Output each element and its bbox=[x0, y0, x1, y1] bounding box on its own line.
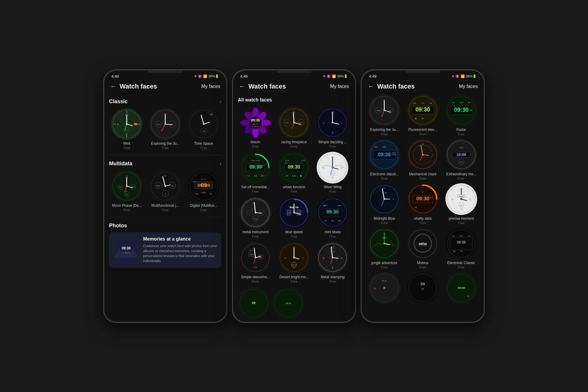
watch-item-vitalitydata[interactable]: 09:30 35 20° 89 vitality data Free bbox=[405, 183, 441, 225]
watch-item-exploring2[interactable]: 12 06 8000 Exploring the Ju... Free bbox=[367, 94, 402, 136]
svg-text:WE II 8: WE II 8 bbox=[253, 123, 258, 125]
watch-item-extraordinarymo[interactable]: 10:08 8000 300 Extraordinary mo... Free bbox=[443, 139, 479, 180]
watch-face-radar: 09:30 36 20° 300 88 bbox=[445, 94, 477, 126]
precisemoment-label: precise moment bbox=[449, 216, 474, 221]
fluorescentelec-sublabel: Free bbox=[420, 132, 426, 136]
watch-item-metalstamping[interactable]: 12 3 9 6 FRI 06 Metal stamping Free bbox=[315, 242, 350, 283]
watch-item-urban[interactable]: 09:30 07:00 AM 07:00 FRI 03/06 🔋 urban f… bbox=[276, 152, 311, 193]
mechanicalcraze-label: Mechanical craze bbox=[409, 172, 436, 176]
svg-text:FRI 06: FRI 06 bbox=[382, 192, 387, 194]
watch-item-partial1[interactable]: 09 bbox=[238, 287, 270, 319]
watch-item-mechanicalcraze[interactable]: 12 Mechanical craze Free bbox=[405, 139, 441, 180]
status-bar-1: 4:49 ✳🔇📶26%🔋 bbox=[104, 71, 226, 80]
watch-item-partial3c[interactable]: 09:30 89 bbox=[443, 272, 479, 304]
svg-text:60%: 60% bbox=[413, 102, 417, 104]
my-faces-button-1[interactable]: My faces bbox=[201, 84, 220, 89]
mint-label: Mint bbox=[123, 141, 130, 146]
watch-item-timespace[interactable]: 06 300 Time Space Free bbox=[186, 108, 221, 150]
back-button-2[interactable]: ← bbox=[239, 83, 245, 90]
svg-text:12: 12 bbox=[383, 187, 386, 189]
my-faces-button-2[interactable]: My faces bbox=[330, 84, 349, 89]
watch-item-mintblues[interactable]: 09:30 🔵 BT 8000 300 80% BN mint blues Fr… bbox=[315, 197, 350, 238]
digital-label: Digital (Multifun... bbox=[190, 203, 217, 208]
svg-text:FRI 06: FRI 06 bbox=[382, 237, 387, 238]
mechanicalcraze-sublabel: Free bbox=[420, 177, 426, 180]
watch-item-simpledazzling[interactable]: 12 3 9 6 Simple dazzling ... Free bbox=[315, 107, 350, 148]
multidata-arrow[interactable]: › bbox=[220, 161, 221, 167]
watch-item-radar[interactable]: 09:30 36 20° 300 88 Radar Free bbox=[443, 94, 479, 136]
watch-item-midnightblue[interactable]: 12 3 FRI 06 Midnight Blue Free bbox=[367, 183, 402, 225]
watch-item-electronicclassic[interactable]: 09 30 5.0 8000 300 BN 89 Electronic Clas… bbox=[443, 228, 479, 269]
all-watch-faces-grid: 09:30 WE II 8 Fr, Mar 06 bloom Free bbox=[238, 107, 350, 287]
exploring-label: Exploring the Ju... bbox=[151, 141, 179, 146]
photos-title: Photos bbox=[109, 223, 127, 229]
watch-item-partial2[interactable]: 09:30 bbox=[273, 287, 304, 319]
watch-item-bluespeed[interactable]: 300 80 Mar 06 blue speed Free bbox=[276, 197, 311, 238]
watch-face-bloom: 09:30 WE II 8 Fr, Mar 06 bbox=[240, 107, 271, 139]
desert-label: Desert bright mo... bbox=[280, 275, 309, 279]
watch-item-exploring[interactable]: 12 06 8000 Exploring the Ju... Free bbox=[148, 108, 183, 150]
watch-face-midnightblue: 12 3 FRI 06 bbox=[368, 183, 400, 215]
watch-item-mint[interactable]: 12 3 6 9 2 6% Mint Free bbox=[109, 108, 145, 150]
svg-text:09:30: 09:30 bbox=[416, 196, 429, 201]
svg-text:8000: 8000 bbox=[459, 195, 463, 197]
watch-item-silverwing[interactable]: 12 3 9 6 300 Silver Wing Free bbox=[315, 152, 350, 193]
watch-face-partial3b: 09 30 bbox=[407, 272, 439, 304]
svg-text:2: 2 bbox=[126, 129, 127, 131]
watch-item-digital[interactable]: 09 09 09 : 30 AM Mar 06 8000 80 Friday bbox=[186, 170, 221, 212]
watch-item-setoff[interactable]: 09:30 SEC 36 5.0 25% 8000 Steps 8000 Set… bbox=[238, 152, 273, 193]
watch-face-simpleskeuomo: 09 Mar 30 300 8000 bbox=[240, 242, 271, 273]
svg-text:6: 6 bbox=[332, 266, 333, 269]
photos-card[interactable]: 09:30 Fri, Mar 06 Memories at a glance C… bbox=[109, 232, 221, 268]
svg-text:8000: 8000 bbox=[254, 266, 257, 268]
svg-text:6: 6 bbox=[332, 176, 333, 179]
watch-face-moonphase: 300 8000 06 12 bbox=[111, 170, 143, 202]
svg-text:🔋: 🔋 bbox=[300, 175, 302, 177]
svg-text:Fr, Mar 06: Fr, Mar 06 bbox=[252, 126, 259, 127]
watch-item-jungleadventure[interactable]: 12 FRI 06 jungle adventure Free bbox=[367, 228, 402, 269]
classic-arrow[interactable]: › bbox=[220, 99, 221, 105]
svg-text:Steps 8000: Steps 8000 bbox=[251, 160, 259, 161]
svg-text:300: 300 bbox=[260, 212, 263, 214]
svg-text::: : bbox=[203, 183, 204, 188]
my-faces-button-3[interactable]: My faces bbox=[459, 84, 478, 89]
svg-text:300: 300 bbox=[429, 102, 432, 104]
svg-text:09:30: 09:30 bbox=[327, 209, 339, 214]
status-bar-3: 4:49 ✳🔇📶26%🔋 bbox=[362, 71, 484, 80]
svg-point-308 bbox=[422, 242, 424, 244]
watch-face-fluorescentelec: 09:30 60% 26° 300 ☎ 88 bbox=[407, 94, 439, 126]
watch-item-fluorescentelec[interactable]: 09:30 60% 26° 300 ☎ 88 Fluorescent elec.… bbox=[405, 94, 441, 136]
phone-content-1: Classic › bbox=[104, 94, 226, 322]
back-button-1[interactable]: ← bbox=[110, 83, 116, 90]
watch-item-partial3a[interactable]: FRI 06 +6 bbox=[367, 272, 402, 304]
watch-item-bloom[interactable]: 09:30 WE II 8 Fr, Mar 06 bloom Free bbox=[238, 107, 273, 148]
watch-item-electronicdazzli[interactable]: 09:30 80% CS/06 80% 8000 Electronic dazz… bbox=[367, 139, 402, 180]
svg-text:06: 06 bbox=[210, 113, 212, 116]
watch-face-mint: 12 3 6 9 2 6% bbox=[111, 108, 143, 140]
svg-text:35: 35 bbox=[430, 196, 432, 198]
watch-item-simpleskeuomo[interactable]: 09 Mar 30 300 8000 Simple skeuomo... Fre… bbox=[238, 242, 273, 283]
watch-item-metalinstrument[interactable]: Friday II 300 metal instrument Free bbox=[238, 197, 273, 238]
status-icons-2: ✳🔇📶26%🔋 bbox=[323, 74, 348, 78]
watch-item-partial3b[interactable]: 09 30 bbox=[405, 272, 441, 304]
svg-text:10:08: 10:08 bbox=[456, 152, 466, 157]
svg-text:Mar 06: Mar 06 bbox=[201, 178, 206, 180]
header-2: ← Watch faces My faces bbox=[233, 80, 355, 94]
right-phone-grid: 12 06 8000 Exploring the Ju... Free bbox=[367, 94, 479, 306]
svg-text:30: 30 bbox=[171, 185, 173, 187]
watch-item-moonphase[interactable]: 300 8000 06 12 Moon Phase (De... Free bbox=[109, 170, 145, 212]
back-button-3[interactable]: ← bbox=[368, 83, 374, 90]
simpleskeuomo-label: Simple skeuomo... bbox=[241, 275, 270, 279]
watch-item-racing[interactable]: FRI06 PAR 12 racing timepiece Free bbox=[276, 107, 311, 148]
watch-face-metalinstrument: Friday II 300 bbox=[240, 197, 271, 228]
watch-face-bluespeed: 300 80 Mar 06 bbox=[278, 197, 310, 228]
watch-face-jungleadventure: 12 FRI 06 bbox=[368, 228, 400, 259]
watch-face-timespace: 06 300 bbox=[188, 108, 220, 140]
watch-item-mobius[interactable]: 09:30 Mobius Free bbox=[405, 228, 441, 269]
svg-text:9: 9 bbox=[323, 122, 324, 124]
watch-item-multifunctional[interactable]: 8000 30 8 11 Multifunctional (... Free bbox=[148, 170, 183, 212]
watch-face-vitalitydata: 09:30 35 20° 89 bbox=[407, 183, 439, 215]
watch-item-precisemoment[interactable]: 12 3 6 9 8000 20 precise moment Free bbox=[443, 183, 479, 225]
photos-memories-desc: Customize your watch face with photos fr… bbox=[143, 243, 217, 264]
watch-item-desert[interactable]: 12 3 9 6 FRI 06 Desert bright mo... Free bbox=[276, 242, 311, 283]
